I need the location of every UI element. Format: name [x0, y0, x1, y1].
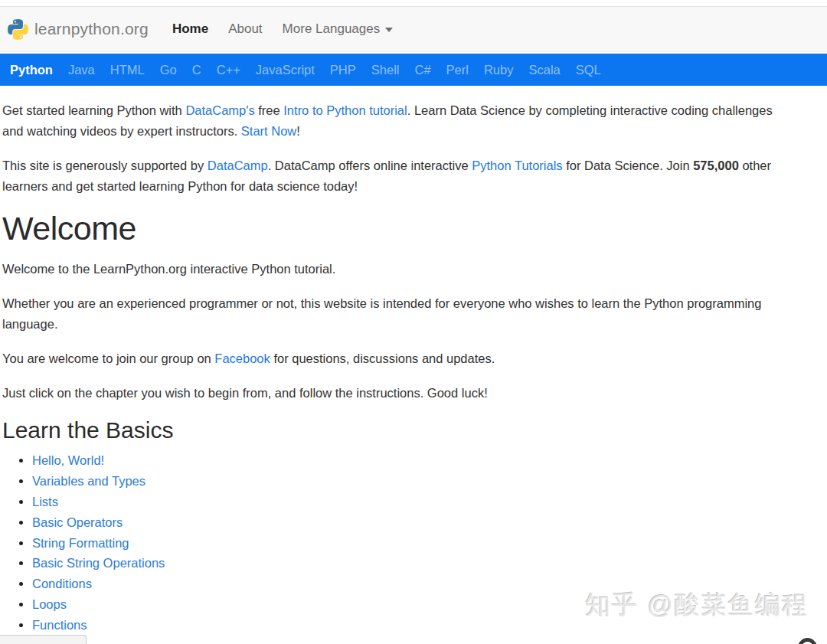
text-segment: . DataCamp offers online interactive: [268, 159, 472, 172]
brand-name: learnpython.org: [34, 20, 149, 38]
basics-section-title: Learn the Basics: [2, 417, 773, 443]
text-segment: You are welcome to join our group on: [2, 351, 214, 365]
browser-status-bubble: [0, 635, 87, 644]
main-content: Get started learning Python with DataCam…: [0, 86, 827, 636]
partial-corner-glyph: [794, 634, 821, 644]
chapter-link-string-formatting[interactable]: String Formatting: [32, 536, 129, 550]
basics-list: Hello, World!Variables and TypesListsBas…: [2, 450, 773, 635]
datacamp-link[interactable]: DataCamp: [208, 159, 268, 172]
chapter-link-functions[interactable]: Functions: [32, 618, 87, 632]
nav-item-more-languages[interactable]: More Languages: [273, 21, 404, 37]
text-segment: Get started learning Python with: [2, 103, 185, 117]
language-nav-item-python[interactable]: Python: [2, 63, 60, 77]
language-nav-item-c[interactable]: C: [185, 63, 209, 77]
page-title: Welcome: [2, 211, 773, 246]
text-segment: This site is generously supported by: [2, 159, 208, 172]
audience-paragraph: Whether you are an experienced programme…: [2, 293, 773, 335]
language-nav-item-php[interactable]: PHP: [322, 63, 364, 77]
python-tutorials-link[interactable]: Python Tutorials: [472, 159, 562, 172]
list-item: Conditions: [32, 574, 773, 594]
datacamp-promo-paragraph: Get started learning Python with DataCam…: [2, 100, 773, 142]
chapter-link-basic-string-operations[interactable]: Basic String Operations: [32, 556, 165, 570]
language-nav-item-scala[interactable]: Scala: [521, 63, 567, 77]
list-item: String Formatting: [32, 533, 773, 554]
facebook-paragraph: You are welcome to join our group on Fac…: [2, 348, 773, 369]
nav-item-home[interactable]: Home: [162, 21, 218, 37]
language-nav-item-java[interactable]: Java: [60, 63, 103, 77]
datacamps-link[interactable]: DataCamp's: [185, 103, 254, 117]
language-nav-item-go[interactable]: Go: [152, 63, 185, 77]
learner-count: 575,000: [693, 159, 739, 172]
text-segment: !: [296, 124, 300, 138]
language-nav-item-html[interactable]: HTML: [103, 63, 152, 77]
language-nav-item-perl[interactable]: Perl: [439, 63, 476, 77]
chapter-link-loops[interactable]: Loops: [32, 597, 67, 611]
chapter-link-conditions[interactable]: Conditions: [32, 577, 92, 590]
brand[interactable]: learnpython.org: [8, 19, 149, 40]
chapter-link-lists[interactable]: Lists: [32, 495, 58, 508]
nav-item-about[interactable]: About: [218, 21, 272, 37]
language-nav: PythonJavaHTMLGoCC++JavaScriptPHPShellC#…: [0, 54, 827, 86]
language-nav-item-javascript[interactable]: JavaScript: [248, 63, 322, 77]
language-nav-item-ruby[interactable]: Ruby: [476, 63, 521, 77]
python-logo-icon: [8, 19, 28, 40]
chapter-link-variables-and-types[interactable]: Variables and Types: [32, 474, 145, 488]
list-item: Lists: [32, 492, 773, 512]
supported-by-paragraph: This site is generously supported by Dat…: [2, 155, 773, 197]
list-item: Variables and Types: [32, 471, 773, 492]
chapter-link-hello-world[interactable]: Hello, World!: [32, 453, 104, 467]
intro-to-python-tutorial-link[interactable]: Intro to Python tutorial: [283, 103, 407, 117]
instructions-paragraph: Just click on the chapter you wish to be…: [2, 383, 773, 404]
chevron-down-icon: [385, 28, 393, 32]
top-navbar: learnpython.org Home About More Language…: [0, 6, 827, 52]
language-nav-item-shell[interactable]: Shell: [364, 63, 407, 77]
list-item: Basic String Operations: [32, 553, 773, 574]
language-nav-item-c-[interactable]: C++: [209, 63, 248, 77]
chapter-link-basic-operators[interactable]: Basic Operators: [32, 515, 123, 529]
top-nav-links: Home About More Languages: [162, 21, 403, 37]
language-nav-item-c-[interactable]: C#: [407, 63, 439, 77]
list-item: Functions: [32, 615, 773, 636]
nav-item-about-label: About: [228, 21, 262, 37]
text-segment: free: [255, 103, 284, 117]
start-now-link[interactable]: Start Now: [241, 124, 296, 138]
list-item: Loops: [32, 594, 773, 615]
nav-item-more-languages-label: More Languages: [283, 21, 381, 37]
text-segment: for Data Science. Join: [563, 159, 694, 172]
language-nav-item-sql[interactable]: SQL: [568, 63, 609, 77]
nav-item-home-label: Home: [172, 21, 208, 37]
facebook-link[interactable]: Facebook: [214, 351, 270, 365]
list-item: Hello, World!: [32, 450, 773, 471]
text-segment: for questions, discussions and updates.: [270, 351, 495, 365]
welcome-intro-paragraph: Welcome to the LearnPython.org interacti…: [2, 259, 773, 280]
list-item: Basic Operators: [32, 512, 773, 533]
